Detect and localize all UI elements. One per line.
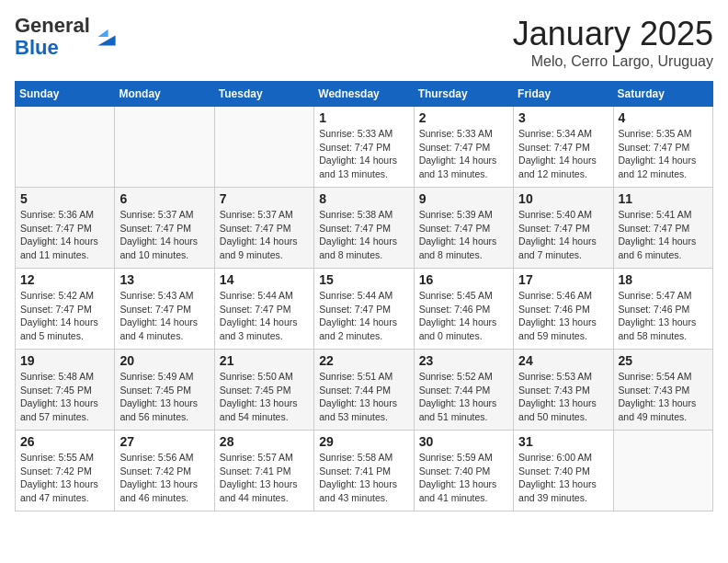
day-number: 14 xyxy=(220,272,309,287)
day-number: 6 xyxy=(119,191,209,206)
day-info: Sunrise: 5:50 AM Sunset: 7:45 PM Dayligh… xyxy=(220,370,309,424)
calendar-cell: 7Sunrise: 5:37 AM Sunset: 7:47 PM Daylig… xyxy=(214,188,313,269)
calendar-cell: 14Sunrise: 5:44 AM Sunset: 7:47 PM Dayli… xyxy=(214,269,313,350)
svg-marker-1 xyxy=(97,29,108,37)
day-info: Sunrise: 5:43 AM Sunset: 7:47 PM Dayligh… xyxy=(119,289,209,343)
calendar-cell: 11Sunrise: 5:41 AM Sunset: 7:47 PM Dayli… xyxy=(613,188,712,269)
day-info: Sunrise: 5:37 AM Sunset: 7:47 PM Dayligh… xyxy=(220,208,309,262)
calendar-cell: 9Sunrise: 5:39 AM Sunset: 7:47 PM Daylig… xyxy=(414,188,513,269)
calendar-cell xyxy=(613,431,712,511)
day-info: Sunrise: 5:37 AM Sunset: 7:47 PM Dayligh… xyxy=(119,208,209,262)
calendar-cell: 10Sunrise: 5:40 AM Sunset: 7:47 PM Dayli… xyxy=(514,188,613,269)
calendar-header: General Blue January 2025 Melo, Cerro La… xyxy=(15,15,713,70)
calendar-cell: 17Sunrise: 5:46 AM Sunset: 7:46 PM Dayli… xyxy=(514,269,613,350)
calendar-cell: 28Sunrise: 5:57 AM Sunset: 7:41 PM Dayli… xyxy=(214,431,313,511)
calendar-cell: 19Sunrise: 5:48 AM Sunset: 7:45 PM Dayli… xyxy=(16,350,115,431)
calendar-cell: 31Sunrise: 6:00 AM Sunset: 7:40 PM Dayli… xyxy=(514,431,613,511)
calendar-cell: 3Sunrise: 5:34 AM Sunset: 7:47 PM Daylig… xyxy=(514,107,613,188)
day-number: 1 xyxy=(319,110,408,125)
day-info: Sunrise: 5:48 AM Sunset: 7:45 PM Dayligh… xyxy=(20,370,109,424)
day-info: Sunrise: 5:54 AM Sunset: 7:43 PM Dayligh… xyxy=(619,370,708,424)
day-number: 23 xyxy=(419,353,508,368)
day-number: 31 xyxy=(518,434,608,449)
weekday-header-sunday: Sunday xyxy=(16,82,115,107)
weekday-header-saturday: Saturday xyxy=(613,82,712,107)
logo-blue-text: Blue xyxy=(15,36,59,59)
title-block: January 2025 Melo, Cerro Largo, Uruguay xyxy=(513,15,713,70)
day-info: Sunrise: 5:42 AM Sunset: 7:47 PM Dayligh… xyxy=(20,289,109,343)
day-number: 12 xyxy=(20,272,109,287)
calendar-cell: 25Sunrise: 5:54 AM Sunset: 7:43 PM Dayli… xyxy=(613,350,712,431)
logo-general-text: General xyxy=(15,14,90,37)
calendar-cell: 22Sunrise: 5:51 AM Sunset: 7:44 PM Dayli… xyxy=(314,350,414,431)
weekday-header-friday: Friday xyxy=(514,82,613,107)
day-info: Sunrise: 5:35 AM Sunset: 7:47 PM Dayligh… xyxy=(619,127,708,181)
calendar-cell: 21Sunrise: 5:50 AM Sunset: 7:45 PM Dayli… xyxy=(214,350,313,431)
calendar-cell: 24Sunrise: 5:53 AM Sunset: 7:43 PM Dayli… xyxy=(514,350,613,431)
calendar-cell: 8Sunrise: 5:38 AM Sunset: 7:47 PM Daylig… xyxy=(314,188,414,269)
day-info: Sunrise: 5:40 AM Sunset: 7:47 PM Dayligh… xyxy=(518,208,608,262)
logo: General Blue xyxy=(15,15,121,59)
weekday-header-row: SundayMondayTuesdayWednesdayThursdayFrid… xyxy=(16,82,713,107)
calendar-cell: 12Sunrise: 5:42 AM Sunset: 7:47 PM Dayli… xyxy=(16,269,115,350)
calendar-cell: 30Sunrise: 5:59 AM Sunset: 7:40 PM Dayli… xyxy=(414,431,513,511)
day-number: 18 xyxy=(619,272,708,287)
day-number: 7 xyxy=(220,191,309,206)
day-info: Sunrise: 5:46 AM Sunset: 7:46 PM Dayligh… xyxy=(518,289,608,343)
calendar-cell: 5Sunrise: 5:36 AM Sunset: 7:47 PM Daylig… xyxy=(16,188,115,269)
day-info: Sunrise: 5:47 AM Sunset: 7:46 PM Dayligh… xyxy=(619,289,708,343)
calendar-cell: 6Sunrise: 5:37 AM Sunset: 7:47 PM Daylig… xyxy=(115,188,214,269)
day-number: 21 xyxy=(220,353,309,368)
day-number: 11 xyxy=(619,191,708,206)
day-info: Sunrise: 5:33 AM Sunset: 7:47 PM Dayligh… xyxy=(319,127,408,181)
weekday-header-monday: Monday xyxy=(115,82,214,107)
day-number: 5 xyxy=(20,191,109,206)
day-number: 20 xyxy=(119,353,209,368)
day-info: Sunrise: 5:44 AM Sunset: 7:47 PM Dayligh… xyxy=(319,289,408,343)
calendar-cell xyxy=(214,107,313,188)
calendar-week-row: 5Sunrise: 5:36 AM Sunset: 7:47 PM Daylig… xyxy=(16,188,713,269)
calendar-table: SundayMondayTuesdayWednesdayThursdayFrid… xyxy=(15,81,713,511)
calendar-cell: 26Sunrise: 5:55 AM Sunset: 7:42 PM Dayli… xyxy=(16,431,115,511)
day-info: Sunrise: 5:56 AM Sunset: 7:42 PM Dayligh… xyxy=(119,451,209,505)
calendar-cell: 15Sunrise: 5:44 AM Sunset: 7:47 PM Dayli… xyxy=(314,269,414,350)
day-number: 29 xyxy=(319,434,408,449)
day-number: 17 xyxy=(518,272,608,287)
day-info: Sunrise: 5:36 AM Sunset: 7:47 PM Dayligh… xyxy=(20,208,109,262)
calendar-cell: 18Sunrise: 5:47 AM Sunset: 7:46 PM Dayli… xyxy=(613,269,712,350)
day-number: 8 xyxy=(319,191,408,206)
day-number: 27 xyxy=(119,434,209,449)
day-number: 25 xyxy=(619,353,708,368)
calendar-cell: 16Sunrise: 5:45 AM Sunset: 7:46 PM Dayli… xyxy=(414,269,513,350)
calendar-cell: 23Sunrise: 5:52 AM Sunset: 7:44 PM Dayli… xyxy=(414,350,513,431)
calendar-cell xyxy=(115,107,214,188)
day-info: Sunrise: 5:52 AM Sunset: 7:44 PM Dayligh… xyxy=(419,370,508,424)
day-number: 10 xyxy=(518,191,608,206)
calendar-week-row: 19Sunrise: 5:48 AM Sunset: 7:45 PM Dayli… xyxy=(16,350,713,431)
day-info: Sunrise: 5:51 AM Sunset: 7:44 PM Dayligh… xyxy=(319,370,408,424)
day-number: 2 xyxy=(419,110,508,125)
calendar-cell: 1Sunrise: 5:33 AM Sunset: 7:47 PM Daylig… xyxy=(314,107,414,188)
calendar-subtitle: Melo, Cerro Largo, Uruguay xyxy=(513,53,713,70)
day-info: Sunrise: 5:44 AM Sunset: 7:47 PM Dayligh… xyxy=(220,289,309,343)
calendar-title: January 2025 xyxy=(513,15,713,53)
weekday-header-wednesday: Wednesday xyxy=(314,82,414,107)
day-info: Sunrise: 5:58 AM Sunset: 7:41 PM Dayligh… xyxy=(319,451,408,505)
calendar-cell: 2Sunrise: 5:33 AM Sunset: 7:47 PM Daylig… xyxy=(414,107,513,188)
day-number: 3 xyxy=(518,110,608,125)
calendar-cell: 20Sunrise: 5:49 AM Sunset: 7:45 PM Dayli… xyxy=(115,350,214,431)
day-number: 15 xyxy=(319,272,408,287)
day-info: Sunrise: 5:45 AM Sunset: 7:46 PM Dayligh… xyxy=(419,289,508,343)
calendar-week-row: 1Sunrise: 5:33 AM Sunset: 7:47 PM Daylig… xyxy=(16,107,713,188)
calendar-cell: 13Sunrise: 5:43 AM Sunset: 7:47 PM Dayli… xyxy=(115,269,214,350)
calendar-cell: 29Sunrise: 5:58 AM Sunset: 7:41 PM Dayli… xyxy=(314,431,414,511)
calendar-week-row: 12Sunrise: 5:42 AM Sunset: 7:47 PM Dayli… xyxy=(16,269,713,350)
day-info: Sunrise: 5:53 AM Sunset: 7:43 PM Dayligh… xyxy=(518,370,608,424)
day-number: 13 xyxy=(119,272,209,287)
day-number: 4 xyxy=(619,110,708,125)
day-info: Sunrise: 6:00 AM Sunset: 7:40 PM Dayligh… xyxy=(518,451,608,505)
day-number: 28 xyxy=(220,434,309,449)
day-number: 30 xyxy=(419,434,508,449)
day-info: Sunrise: 5:34 AM Sunset: 7:47 PM Dayligh… xyxy=(518,127,608,181)
day-info: Sunrise: 5:39 AM Sunset: 7:47 PM Dayligh… xyxy=(419,208,508,262)
